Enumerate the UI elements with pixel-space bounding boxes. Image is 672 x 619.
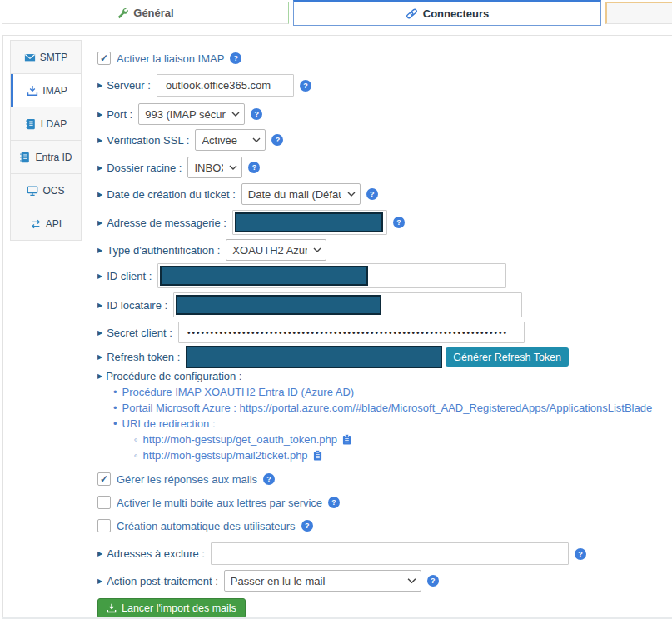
tenant-id-input[interactable]: [173, 292, 522, 317]
auto-create-users-row: ✓ Création automatique des utilisateurs …: [97, 519, 313, 532]
port-select[interactable]: 993 (IMAP sécurisé): [138, 103, 245, 125]
redirect-uri-label-row: • URI de redirection :: [113, 417, 216, 430]
sidebar-item-label: LDAP: [41, 118, 67, 130]
redirect-uri-1-row: ◦ http://moh-gestsup/get_oauth_token.php: [134, 433, 351, 446]
envelope-icon: [24, 52, 36, 63]
help-icon[interactable]: ?: [251, 108, 262, 120]
multi-mailbox-row: ✓ Activer le multi boite aux lettres par…: [97, 496, 340, 509]
triangle-icon: ▶: [97, 164, 102, 172]
link-icon: [406, 7, 418, 20]
help-icon[interactable]: ?: [300, 80, 311, 92]
help-icon[interactable]: ?: [248, 162, 260, 173]
bullet-icon: •: [113, 402, 117, 414]
auth-type-label: Type d'authentification :: [107, 244, 220, 257]
sidebar-item-api[interactable]: API: [11, 207, 81, 241]
address-book-icon: [19, 152, 31, 163]
bullet-icon: •: [113, 386, 117, 398]
exclude-addresses-input[interactable]: [211, 542, 569, 565]
port-row: ▶ Port : 993 (IMAP sécurisé) ?: [97, 103, 262, 125]
sidebar-item-entra-id[interactable]: Entra ID: [11, 141, 81, 174]
tab-connecteurs[interactable]: Connecteurs: [293, 0, 601, 26]
auto-create-users-checkbox[interactable]: ✓: [97, 519, 111, 532]
help-icon[interactable]: ?: [230, 52, 241, 64]
refresh-token-input[interactable]: [186, 346, 442, 368]
help-icon[interactable]: ?: [263, 473, 275, 485]
tab-general[interactable]: Général: [2, 2, 289, 24]
client-id-row: ▶ ID client :: [97, 263, 506, 288]
post-action-label: Action post-traitement :: [107, 575, 218, 587]
launch-import-label: Lancer l'import des mails: [122, 602, 236, 614]
azure-portal-link[interactable]: Portail Microsoft Azure : https://portal…: [122, 402, 653, 414]
ticket-date-select[interactable]: Date du mail (Défaut): [241, 183, 361, 205]
email-address-row: ▶ Adresse de messagerie : ?: [97, 210, 405, 235]
redirect-uri-2: http://moh-gestsup/mail2ticket.php: [143, 449, 308, 462]
refresh-token-label: Refresh token :: [107, 351, 180, 363]
redirect-uri-2-row: ◦ http://moh-gestsup/mail2ticket.php: [134, 449, 322, 462]
multi-mailbox-checkbox[interactable]: ✓: [97, 496, 111, 509]
triangle-icon: ▶: [97, 82, 102, 89]
client-secret-row: ▶ Secret client :: [97, 322, 525, 343]
client-id-label: ID client :: [107, 270, 152, 282]
triangle-icon: ▶: [97, 372, 102, 380]
triangle-icon: ▶: [97, 302, 102, 309]
triangle-icon: ▶: [97, 111, 102, 118]
exclude-addresses-row: ▶ Adresses à exclure : ?: [97, 542, 586, 565]
enable-imap-checkbox[interactable]: ✓: [97, 52, 111, 65]
help-icon[interactable]: ?: [427, 575, 439, 587]
triangle-icon: ▶: [97, 550, 102, 557]
procedure-doc-link[interactable]: Procédure IMAP XOAUTH2 Entra ID (Azure A…: [122, 386, 355, 398]
triangle-icon: ▶: [97, 329, 102, 337]
root-folder-select[interactable]: INBOX: [187, 157, 242, 178]
help-icon[interactable]: ?: [328, 497, 340, 508]
help-icon[interactable]: ?: [301, 520, 313, 532]
root-folder-row: ▶ Dossier racine : INBOX ?: [97, 157, 260, 178]
sidebar: SMTP IMAP LDAP Entra ID OCS API: [10, 40, 82, 241]
help-icon[interactable]: ?: [366, 188, 378, 200]
help-icon[interactable]: ?: [575, 548, 586, 560]
server-input[interactable]: [157, 74, 294, 97]
help-icon[interactable]: ?: [271, 134, 283, 146]
download-icon: [27, 85, 38, 97]
triangle-icon: ▶: [97, 191, 102, 198]
procedure-label-row: ▶ Procédure de configuration :: [97, 370, 241, 382]
triangle-icon: ▶: [97, 137, 102, 144]
sidebar-item-label: SMTP: [40, 52, 67, 63]
auto-create-users-label: Création automatique des utilisateurs: [117, 520, 296, 532]
server-label: Serveur :: [107, 79, 151, 92]
sidebar-item-imap[interactable]: IMAP: [11, 74, 81, 107]
sidebar-item-smtp[interactable]: SMTP: [11, 41, 81, 74]
copy-icon[interactable]: [342, 434, 351, 445]
manage-replies-checkbox[interactable]: ✓: [97, 472, 111, 486]
sidebar-item-label: API: [46, 218, 62, 230]
generate-refresh-token-button[interactable]: Générer Refresh Token: [446, 347, 569, 367]
triangle-icon: ▶: [97, 353, 102, 361]
auth-type-select[interactable]: XOAUTH2 Azure: [226, 239, 326, 261]
tab-general-label: Général: [133, 7, 173, 19]
enable-imap-row: ✓ Activer la liaison IMAP ?: [97, 52, 241, 65]
ssl-label: Vérification SSL :: [107, 134, 189, 147]
copy-icon[interactable]: [313, 450, 322, 461]
desktop-icon: [27, 185, 38, 197]
root-folder-label: Dossier racine :: [107, 162, 182, 174]
procedure-doc-row: • Procédure IMAP XOAUTH2 Entra ID (Azure…: [113, 386, 354, 398]
ssl-select[interactable]: Activée: [195, 129, 266, 151]
auth-type-row: ▶ Type d'authentification : XOAUTH2 Azur…: [97, 239, 326, 261]
sidebar-item-label: Entra ID: [35, 152, 72, 163]
download-icon: [107, 603, 117, 613]
client-id-input[interactable]: [157, 263, 506, 288]
tenant-id-label: ID locataire :: [107, 299, 167, 312]
sidebar-item-ldap[interactable]: LDAP: [11, 107, 81, 141]
email-address-input[interactable]: [232, 210, 387, 235]
help-icon[interactable]: ?: [393, 217, 405, 228]
client-secret-input[interactable]: [178, 322, 525, 343]
sidebar-item-label: OCS: [42, 185, 64, 197]
sidebar-item-ocs[interactable]: OCS: [11, 174, 81, 207]
triangle-icon: ▶: [97, 577, 102, 585]
redacted-value: [176, 295, 381, 315]
triangle-icon: ▶: [97, 247, 102, 254]
ticket-date-row: ▶ Date de création du ticket : Date du m…: [97, 183, 378, 205]
tab-connecteurs-label: Connecteurs: [423, 7, 489, 20]
launch-import-button[interactable]: Lancer l'import des mails: [97, 598, 246, 618]
tab-partial[interactable]: [605, 2, 672, 24]
post-action-select[interactable]: Passer en lu le mail: [224, 570, 421, 592]
